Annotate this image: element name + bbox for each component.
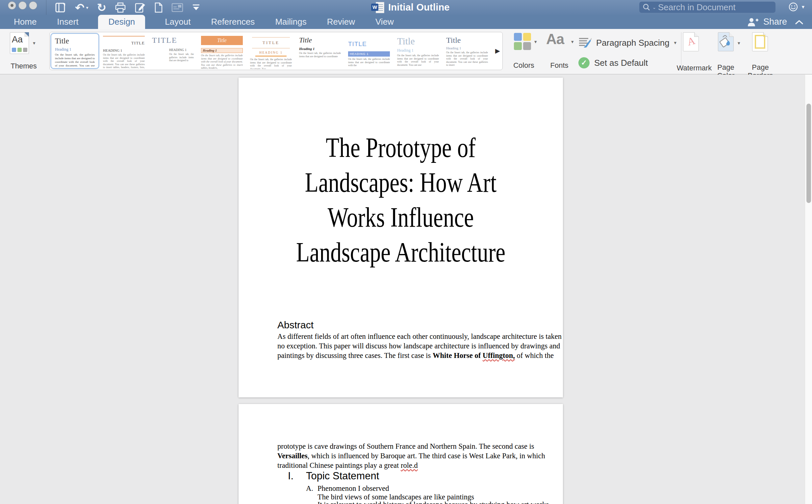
thumb-title: Title	[55, 37, 95, 45]
paragraph-spacing-dropdown-icon: ▾	[674, 40, 677, 46]
page-color-button[interactable]: ▾ Page Color	[718, 32, 741, 51]
style-thumbnail-v7[interactable]: TitleHeading 1On the Insert tab, the gal…	[344, 33, 393, 69]
style-thumbnail-v1-selected[interactable]: TitleHeading 1On the Insert tab, the gal…	[50, 33, 99, 69]
thumb-heading: Heading 1	[103, 48, 145, 52]
toolbar-overflow-icon[interactable]	[192, 4, 200, 11]
colors-icon	[514, 33, 531, 50]
document-canvas[interactable]: The Prototype of Landscapes: How Art Wor…	[0, 75, 812, 504]
undo-dropdown-icon[interactable]: ▾	[86, 5, 89, 10]
thumb-body: On the Insert tab, the galleries include…	[55, 53, 95, 69]
feedback-dropdown-icon: ▼	[801, 4, 805, 10]
word-window: ↶▾ ↻ W Initial Outline	[0, 0, 812, 504]
abstract-continued-paragraph: prototype is cave drawings of Southern F…	[277, 441, 545, 470]
thumb-heading: Heading 1	[201, 48, 243, 53]
minimize-button[interactable]	[18, 1, 27, 10]
thumb-title: Title	[252, 37, 290, 48]
thumb-body: On the Insert tab, the galleries include…	[169, 53, 194, 62]
titlebar-divider	[46, 0, 46, 15]
page-borders-icon	[752, 32, 768, 51]
sidebar-panel-icon[interactable]	[55, 3, 66, 13]
tab-layout[interactable]: Layout	[164, 15, 191, 29]
style-thumbnail-v8[interactable]: TitleHeading 1On the Insert tab, the gal…	[393, 33, 443, 69]
style-thumbnail-v2[interactable]: TitleHeading 1On the Insert tab, the gal…	[99, 33, 148, 69]
outline-letter: A.	[306, 484, 313, 493]
style-thumbnail-v5[interactable]: TitleHeading 1On the Insert tab, the gal…	[246, 33, 295, 69]
page-color-dropdown-icon: ▾	[738, 40, 740, 46]
document-style-gallery: TitleHeading 1On the Insert tab, the gal…	[49, 32, 503, 70]
ribbon-design: Aa ▾ Themes TitleHeading 1On the Insert …	[0, 29, 812, 74]
page-borders-button[interactable]: Page Borders	[752, 32, 775, 51]
thumb-heading: Heading 1	[169, 48, 194, 52]
document-page-1[interactable]: The Prototype of Landscapes: How Art Wor…	[239, 78, 563, 397]
tabs: HomeInsertDesignLayoutReferencesMailings…	[13, 15, 394, 29]
close-button[interactable]	[8, 1, 16, 10]
outline-item-a-sub2: It is relevant to world history of lands…	[317, 500, 549, 504]
outline-heading: Topic Statement	[306, 470, 379, 482]
document-page-2[interactable]: prototype is cave drawings of Southern F…	[239, 404, 563, 504]
style-thumbnail-v9[interactable]: TitleHeading 1On the Insert tab, the gal…	[443, 33, 492, 69]
themes-button[interactable]: Aa ▾ Themes	[4, 32, 43, 72]
outline-item-a: Phenomenon I observed	[317, 484, 389, 493]
themes-dropdown-icon: ▾	[33, 40, 36, 46]
paragraph-spacing-button[interactable]: Paragraph Spacing ▾	[578, 37, 676, 49]
gallery-scroll-right-icon[interactable]: ▶	[495, 47, 500, 55]
paragraph-spacing-icon	[578, 37, 592, 49]
word-document-icon: W	[371, 2, 384, 13]
fonts-dropdown-icon: ▾	[571, 39, 574, 45]
abstract-paragraph: As different fields of art often influen…	[277, 332, 562, 360]
misspelled-word: role.d	[401, 461, 418, 469]
tab-insert[interactable]: Insert	[56, 15, 79, 29]
style-thumbnail-v3[interactable]: TitleHeading 1On the Insert tab, the gal…	[148, 33, 197, 69]
style-thumbnail-v6[interactable]: TitleHeading 1On the Insert tab, the gal…	[295, 33, 344, 69]
thumb-body: On the Insert tab, the galleries include…	[250, 58, 292, 69]
share-button[interactable]: Share	[747, 15, 803, 29]
collapse-ribbon-icon[interactable]	[795, 19, 803, 25]
style-thumbnail-v4[interactable]: TitleHeading 1On the Insert tab, the gal…	[197, 33, 246, 69]
thumb-title: Title	[397, 36, 439, 47]
watermark-button[interactable]: A Watermark	[683, 32, 706, 51]
vertical-scrollbar[interactable]	[805, 75, 812, 504]
print-icon[interactable]	[115, 2, 126, 13]
tab-review[interactable]: Review	[326, 15, 356, 29]
search-input[interactable]: ⌄ Search in Document	[639, 2, 775, 13]
report-layout-icon	[171, 3, 183, 12]
search-icon	[643, 3, 650, 11]
set-as-default-button[interactable]: ✓ Set as Default	[578, 57, 648, 68]
thumb-body: On the Insert tab, the galleries include…	[201, 54, 243, 69]
colors-dropdown-icon: ▾	[534, 39, 537, 45]
search-scope-chevron-icon[interactable]: ⌄	[652, 5, 656, 10]
search-placeholder: Search in Document	[658, 2, 736, 13]
thumb-title: Title	[446, 36, 488, 45]
document-main-title: The Prototype of Landscapes: How Art Wor…	[239, 130, 563, 270]
tab-mailings[interactable]: Mailings	[274, 15, 307, 29]
checkmark-icon: ✓	[578, 57, 590, 68]
new-document-icon[interactable]	[154, 2, 163, 13]
page-color-icon	[718, 32, 734, 51]
share-person-icon	[747, 17, 759, 27]
tab-view[interactable]: View	[375, 15, 394, 29]
tab-design[interactable]: Design	[98, 15, 145, 29]
redo-button[interactable]: ↻	[97, 2, 107, 13]
thumb-title: Title	[103, 36, 145, 46]
edit-document-icon[interactable]	[135, 2, 146, 13]
thumb-heading: Heading 1	[348, 51, 390, 57]
scrollbar-thumb[interactable]	[806, 104, 811, 203]
tab-home[interactable]: Home	[13, 15, 37, 29]
thumb-body: On the Insert tab, the galleries include…	[446, 51, 488, 67]
tab-references[interactable]: References	[210, 15, 255, 29]
feedback-button[interactable]: ▼	[788, 2, 805, 12]
undo-button[interactable]: ↶▾	[75, 2, 89, 13]
themes-icon: Aa	[10, 32, 29, 54]
zoom-button[interactable]	[29, 1, 37, 10]
thumb-title: Title	[201, 36, 243, 45]
document-title: Initial Outline	[388, 2, 450, 13]
abstract-heading: Abstract	[277, 319, 314, 331]
thumb-heading: Heading 1	[446, 46, 488, 50]
fonts-icon: Aa	[546, 31, 564, 47]
thumb-body: On the Insert tab, the galleries include…	[299, 52, 341, 58]
fonts-button[interactable]: Aa ▾ Fonts	[546, 31, 572, 47]
thumb-heading: Heading 1	[299, 47, 341, 51]
thumb-body: On the Insert tab, the galleries include…	[103, 53, 145, 69]
thumb-body: On the Insert tab, the galleries include…	[348, 58, 390, 67]
title-bar: ↶▾ ↻ W Initial Outline	[0, 0, 812, 15]
